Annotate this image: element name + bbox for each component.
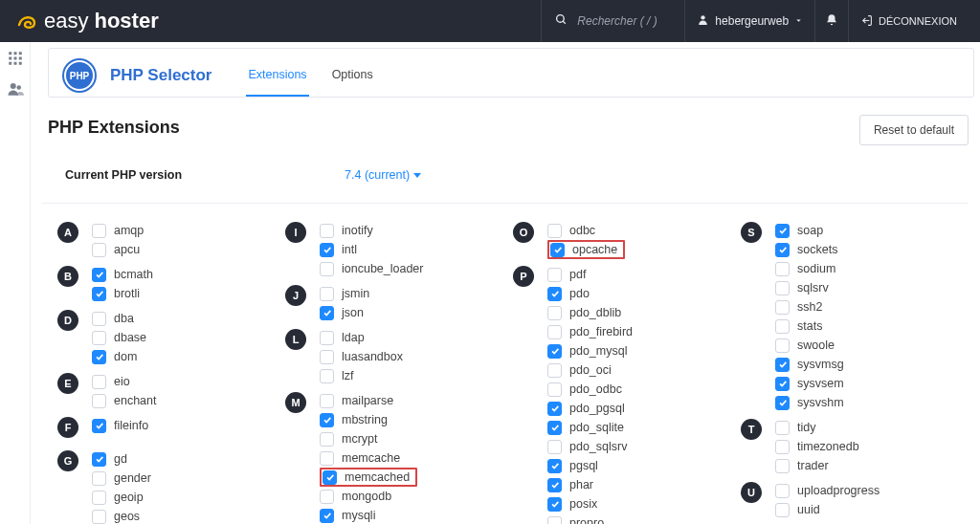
- ext-checkbox[interactable]: [320, 224, 334, 238]
- ext-checkbox[interactable]: [92, 268, 106, 282]
- ext-checkbox[interactable]: [547, 363, 562, 378]
- ext-checkbox[interactable]: [547, 344, 562, 359]
- ext-checkbox[interactable]: [775, 262, 790, 276]
- logo-swirl-icon: [15, 10, 38, 33]
- svg-point-14: [16, 85, 21, 90]
- ext-checkbox[interactable]: [320, 394, 334, 408]
- ext-name: sockets: [797, 243, 837, 256]
- ext-checkbox[interactable]: [775, 459, 790, 473]
- ext-checkbox[interactable]: [320, 243, 334, 257]
- ext-name: luasandbox: [342, 350, 403, 363]
- ext-checkbox[interactable]: [775, 300, 790, 315]
- users-icon[interactable]: [7, 80, 24, 98]
- ext-checkbox[interactable]: [547, 440, 562, 454]
- ext-checkbox[interactable]: [92, 350, 106, 364]
- ext-checkbox[interactable]: [92, 510, 106, 524]
- ext-checkbox[interactable]: [92, 419, 106, 433]
- notifications-button[interactable]: [815, 0, 849, 42]
- ext-item: pdo_odbc: [547, 380, 633, 399]
- ext-checkbox[interactable]: [775, 281, 790, 295]
- ext-checkbox[interactable]: [547, 382, 562, 397]
- ext-checkbox[interactable]: [320, 287, 334, 301]
- ext-checkbox[interactable]: [547, 224, 562, 238]
- tab-options[interactable]: Options: [330, 68, 375, 97]
- logout-button[interactable]: DÉCONNEXION: [849, 0, 969, 42]
- ext-checkbox[interactable]: [320, 331, 334, 345]
- ext-checkbox[interactable]: [775, 358, 790, 372]
- ext-checkbox[interactable]: [775, 338, 790, 353]
- ext-name: mongodb: [342, 490, 391, 503]
- ext-checkbox[interactable]: [775, 484, 790, 498]
- ext-checkbox[interactable]: [547, 478, 562, 492]
- ext-name: lzf: [342, 369, 354, 382]
- ext-checkbox[interactable]: [92, 331, 106, 345]
- reset-to-default-button[interactable]: Reset to default: [859, 115, 969, 145]
- ext-checkbox[interactable]: [775, 421, 790, 435]
- php-version-dropdown[interactable]: 7.4 (current): [345, 168, 421, 182]
- ext-name: dom: [114, 350, 137, 363]
- ext-checkbox[interactable]: [320, 306, 334, 320]
- search-wrap[interactable]: [541, 0, 685, 42]
- brand-suffix: hoster: [94, 9, 158, 33]
- ext-checkbox[interactable]: [775, 377, 790, 391]
- ext-item: json: [320, 303, 369, 322]
- ext-checkbox[interactable]: [320, 509, 334, 523]
- ext-checkbox[interactable]: [320, 413, 334, 427]
- tab-extensions[interactable]: Extensions: [246, 68, 308, 97]
- user-menu[interactable]: hebergeurweb: [685, 0, 815, 42]
- ext-name: apcu: [114, 243, 140, 256]
- ext-item: eio: [92, 372, 156, 391]
- ext-checkbox[interactable]: [775, 503, 790, 517]
- ext-item: ioncube_loader: [320, 259, 424, 278]
- ext-checkbox[interactable]: [547, 287, 562, 301]
- ext-checkbox[interactable]: [547, 497, 562, 512]
- ext-name: stats: [797, 319, 822, 333]
- ext-checkbox[interactable]: [92, 375, 106, 389]
- ext-checkbox[interactable]: [547, 402, 562, 416]
- ext-checkbox[interactable]: [92, 491, 106, 505]
- ext-checkbox[interactable]: [323, 470, 337, 485]
- ext-checkbox[interactable]: [547, 421, 562, 435]
- ext-checkbox[interactable]: [92, 394, 106, 408]
- search-input[interactable]: [575, 13, 671, 29]
- ext-column: OodbcopcachePpdfpdopdo_dblibpdo_firebird…: [513, 221, 741, 524]
- ext-name: enchant: [114, 394, 156, 407]
- ext-item: propro: [547, 513, 633, 524]
- app-header-card: PHP PHP Selector Extensions Options: [48, 48, 974, 98]
- ext-name: pdo_mysql: [569, 344, 627, 358]
- brand-prefix: easy: [44, 9, 88, 33]
- ext-checkbox[interactable]: [320, 451, 334, 466]
- ext-checkbox[interactable]: [547, 268, 562, 282]
- ext-checkbox[interactable]: [775, 243, 790, 257]
- ext-checkbox[interactable]: [547, 325, 562, 339]
- ext-checkbox[interactable]: [547, 459, 562, 473]
- ext-list: eioenchant: [92, 372, 156, 410]
- ext-checkbox[interactable]: [320, 262, 334, 276]
- ext-checkbox[interactable]: [547, 306, 562, 320]
- ext-checkbox[interactable]: [92, 287, 106, 301]
- ext-checkbox[interactable]: [775, 319, 790, 334]
- caret-down-icon: [413, 173, 421, 178]
- brand-logo[interactable]: easyhoster: [0, 0, 174, 42]
- ext-checkbox[interactable]: [92, 224, 106, 238]
- ext-checkbox[interactable]: [320, 350, 334, 364]
- ext-checkbox[interactable]: [775, 440, 790, 454]
- ext-name: fileinfo: [114, 419, 148, 432]
- ext-checkbox[interactable]: [92, 452, 106, 467]
- ext-checkbox[interactable]: [92, 471, 106, 486]
- apps-grid-icon[interactable]: [7, 50, 24, 67]
- ext-checkbox[interactable]: [550, 243, 565, 257]
- ext-checkbox[interactable]: [320, 432, 334, 447]
- ext-checkbox[interactable]: [320, 490, 334, 504]
- ext-name: mailparse: [342, 394, 393, 407]
- section-title: PHP Extensions: [42, 118, 180, 138]
- ext-list: odbcopcache: [547, 221, 625, 259]
- ext-checkbox[interactable]: [92, 312, 106, 326]
- ext-checkbox[interactable]: [775, 224, 790, 238]
- ext-checkbox[interactable]: [775, 396, 790, 410]
- ext-checkbox[interactable]: [320, 369, 334, 383]
- ext-letter-group: Jjsminjson: [285, 284, 513, 328]
- ext-checkbox[interactable]: [92, 243, 106, 257]
- extensions-grid: AamqpapcuBbcmathbrotliDdbadbasedomEeioen…: [31, 221, 980, 524]
- ext-checkbox[interactable]: [547, 516, 562, 525]
